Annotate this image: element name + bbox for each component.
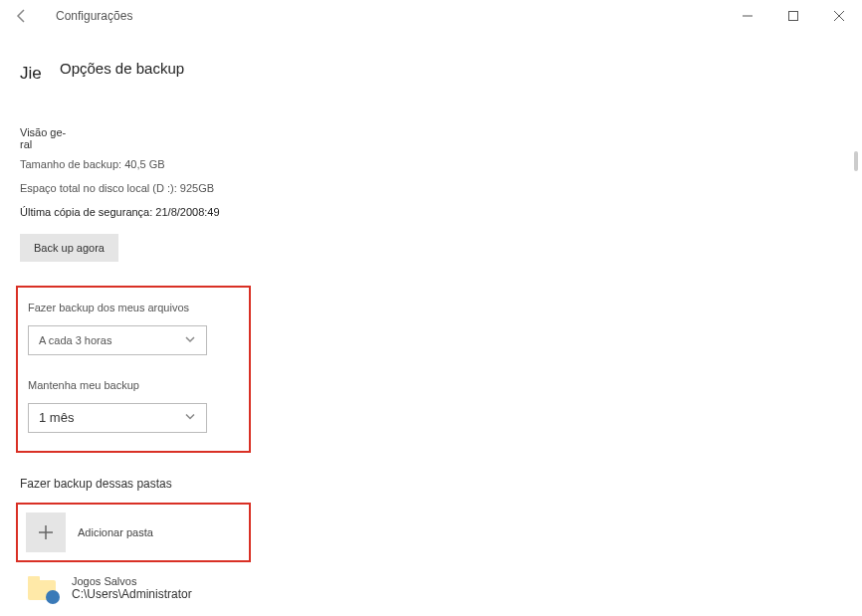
folder-path: C:\Users\Administrator — [72, 587, 192, 601]
disk-space-text: Espaço total no disco local (D :): 925GB — [20, 182, 862, 194]
close-button[interactable] — [816, 0, 862, 32]
plus-icon — [26, 513, 66, 552]
backup-size-text: Tamanho de backup: 40,5 GB — [20, 158, 862, 170]
folder-name: Jogos Salvos — [72, 575, 192, 587]
page-title: Opções de backup — [60, 60, 862, 77]
retention-label: Mantenha meu backup — [28, 379, 239, 391]
frequency-value: A cada 3 horas — [39, 334, 111, 346]
scrollbar-thumb[interactable] — [854, 151, 858, 171]
folder-list-item[interactable]: Jogos Salvos C:\Users\Administrator — [28, 572, 862, 604]
add-folder-label: Adicionar pasta — [78, 526, 153, 538]
content-area: Jie Opções de backup Visão ge-ral Tamanh… — [0, 32, 862, 604]
user-label: Jie — [20, 64, 42, 84]
frequency-label: Fazer backup dos meus arquivos — [28, 302, 239, 313]
folder-icon — [28, 572, 60, 604]
back-button[interactable] — [10, 4, 34, 28]
backup-now-button[interactable]: Back up agora — [20, 234, 118, 262]
add-folder-button[interactable]: Adicionar pasta — [16, 503, 251, 562]
last-backup-text: Última cópia de segurança: 21/8/2008:49 — [20, 206, 862, 218]
svg-rect-0 — [789, 12, 798, 21]
retention-value: 1 mês — [39, 411, 74, 425]
folders-heading: Fazer backup dessas pastas — [20, 477, 862, 491]
backup-schedule-panel: Fazer backup dos meus arquivos A cada 3 … — [16, 286, 251, 453]
window-controls — [725, 0, 862, 32]
chevron-down-icon — [184, 333, 196, 347]
window-title: Configurações — [56, 9, 132, 23]
overview-heading: Visão ge-ral — [20, 126, 70, 150]
chevron-down-icon — [184, 411, 196, 426]
scrollbar[interactable] — [850, 151, 862, 604]
minimize-button[interactable] — [725, 0, 770, 32]
frequency-select[interactable]: A cada 3 horas — [28, 325, 207, 355]
retention-select[interactable]: 1 mês — [28, 403, 207, 433]
folder-text-group: Jogos Salvos C:\Users\Administrator — [72, 575, 192, 601]
maximize-button[interactable] — [770, 0, 816, 32]
titlebar: Configurações — [0, 0, 862, 32]
